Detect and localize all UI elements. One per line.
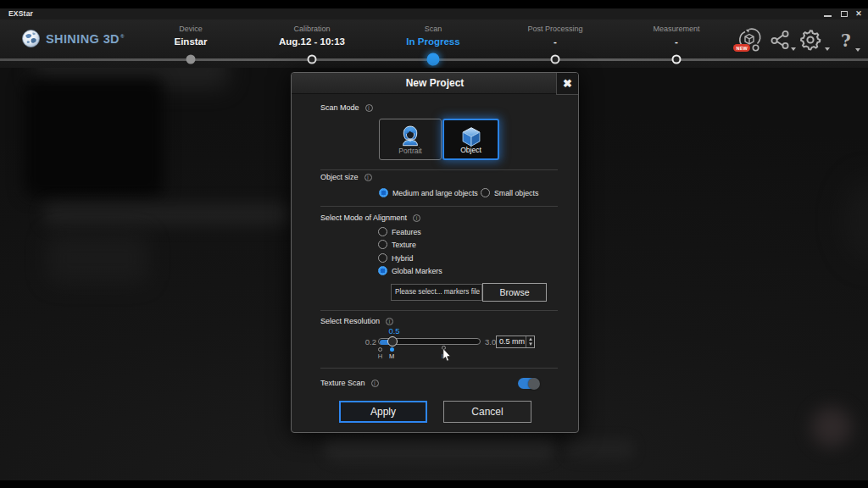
step-measurement[interactable]: Measurement -: [653, 25, 699, 47]
radio-features[interactable]: [378, 227, 387, 236]
help-button[interactable]: ?: [841, 30, 851, 51]
radio-small-objects[interactable]: [481, 188, 490, 197]
apply-button[interactable]: Apply: [339, 401, 427, 423]
object-card-label: Object: [444, 146, 498, 154]
progress-dot-scan: [427, 53, 440, 66]
section-divider: [320, 169, 558, 170]
resolution-spinbox[interactable]: 0.5 mm ▲ ▼: [496, 336, 535, 348]
step-calibration-value: Aug.12 - 10:13: [279, 36, 345, 47]
step-calibration[interactable]: Calibration Aug.12 - 10:13: [279, 25, 345, 47]
gear-icon: [798, 28, 822, 52]
texture-scan-label-text: Texture Scan: [320, 379, 365, 387]
model-hub-button[interactable]: [735, 27, 764, 58]
scan-mode-info-icon[interactable]: i: [365, 104, 373, 112]
new-project-dialog: New Project ✖ Scan Modei Portrait: [291, 72, 579, 433]
help-icon: ?: [841, 30, 851, 51]
close-window-button[interactable]: ✕: [853, 8, 865, 19]
section-divider: [320, 368, 558, 369]
share-caret-icon: [791, 47, 796, 51]
radio-global-markers-label[interactable]: Global Markers: [392, 267, 442, 275]
tick-h-label: H: [378, 352, 382, 360]
step-measurement-label: Measurement: [653, 25, 699, 33]
background-blur-shape: [44, 203, 294, 225]
radio-texture-label[interactable]: Texture: [392, 241, 416, 249]
brand-text: SHINING 3D: [46, 32, 120, 46]
resolution-value-bubble: 0.5: [383, 326, 405, 336]
radio-hybrid-label[interactable]: Hybrid: [392, 254, 413, 263]
section-divider: [320, 206, 558, 207]
registered-mark: ®: [120, 34, 125, 39]
brand-logo: SHINING 3D®: [22, 30, 125, 47]
resolution-spin-value: 0.5 mm: [499, 336, 525, 347]
tick-m-label: M: [389, 352, 394, 360]
texture-scan-toggle-knob: [528, 378, 540, 390]
os-titlebar: EXStar ✕: [0, 8, 868, 19]
background-bubble-blur: [811, 407, 852, 447]
step-scan-label: Scan: [406, 25, 459, 33]
browse-button[interactable]: Browse: [482, 283, 547, 302]
step-calibration-label: Calibration: [279, 25, 345, 33]
progress-dot-post-processing: [551, 55, 560, 64]
markers-file-field[interactable]: Please select... markers file: [391, 284, 482, 301]
object-size-info-icon[interactable]: i: [364, 174, 372, 181]
cancel-button[interactable]: Cancel: [443, 401, 531, 423]
maximize-button[interactable]: [838, 8, 850, 19]
portrait-icon: [399, 125, 422, 147]
share-icon: [770, 30, 792, 50]
portrait-card-label: Portrait: [380, 147, 441, 155]
step-measurement-value: -: [653, 36, 699, 47]
mouse-cursor: [441, 347, 452, 363]
globe-logo-icon: [22, 30, 40, 47]
radio-features-label[interactable]: Features: [392, 228, 421, 236]
tick-h-dot: [378, 347, 382, 352]
step-device[interactable]: Device Einstar: [175, 25, 208, 47]
help-caret-icon: [855, 48, 860, 52]
background-toolbar-blur: [566, 439, 634, 459]
dialog-close-button[interactable]: ✖: [556, 73, 578, 95]
radio-hybrid[interactable]: [378, 253, 387, 263]
spin-arrows: ▲ ▼: [526, 336, 534, 347]
radio-small-objects-label[interactable]: Small objects: [494, 189, 538, 197]
alignment-info-icon[interactable]: i: [413, 214, 420, 222]
step-post-processing[interactable]: Post Processing -: [527, 25, 582, 47]
alignment-label: Select Mode of Alignmenti: [320, 214, 420, 222]
texture-scan-toggle[interactable]: [518, 378, 539, 389]
radio-global-markers[interactable]: [378, 266, 387, 275]
application-window: EXStar ✕ SHINING 3D® D: [0, 0, 868, 488]
step-scan[interactable]: Scan In Progress: [406, 25, 459, 47]
alignment-label-text: Select Mode of Alignment: [320, 214, 407, 222]
resolution-label-text: Select Resolution: [320, 317, 380, 325]
settings-button[interactable]: [798, 28, 822, 55]
dialog-title: New Project: [292, 73, 578, 94]
progress-dot-device: [186, 55, 196, 64]
background-blur-shape: [843, 178, 868, 263]
resolution-min-label: 0.2: [351, 337, 376, 347]
object-size-label-text: Object size: [320, 173, 359, 181]
scan-mode-portrait-card[interactable]: Portrait: [379, 119, 442, 160]
resolution-slider-handle[interactable]: [387, 336, 398, 347]
window-title: EXStar: [8, 8, 33, 19]
texture-scan-info-icon[interactable]: i: [371, 380, 379, 387]
scan-mode-object-card[interactable]: Object: [442, 119, 499, 160]
dialog-titlebar: New Project: [292, 73, 578, 94]
app-header: SHINING 3D® Device Einstar Calibration A…: [0, 19, 868, 68]
brand-name: SHINING 3D®: [46, 32, 125, 46]
new-badge: NEW: [733, 44, 750, 52]
minimize-button[interactable]: [822, 8, 834, 19]
section-divider: [320, 310, 558, 311]
radio-medium-large-objects-label[interactable]: Medium and large objects: [392, 189, 478, 197]
progress-dot-measurement: [672, 55, 682, 64]
texture-scan-label: Texture Scani: [320, 379, 379, 387]
radio-texture[interactable]: [378, 240, 387, 249]
share-button[interactable]: [770, 30, 792, 53]
scan-mode-label-text: Scan Mode: [320, 103, 359, 112]
progress-dot-calibration: [308, 55, 317, 64]
radio-medium-large-objects[interactable]: [379, 188, 388, 197]
background-blur-shape: [47, 233, 148, 284]
bottom-letterbox: [0, 480, 868, 488]
spin-down-button[interactable]: ▼: [526, 341, 536, 347]
resolution-info-icon[interactable]: i: [386, 318, 393, 325]
settings-caret-icon: [825, 47, 830, 51]
scan-mode-label: Scan Modei: [320, 103, 373, 112]
minimize-icon: [824, 15, 832, 17]
